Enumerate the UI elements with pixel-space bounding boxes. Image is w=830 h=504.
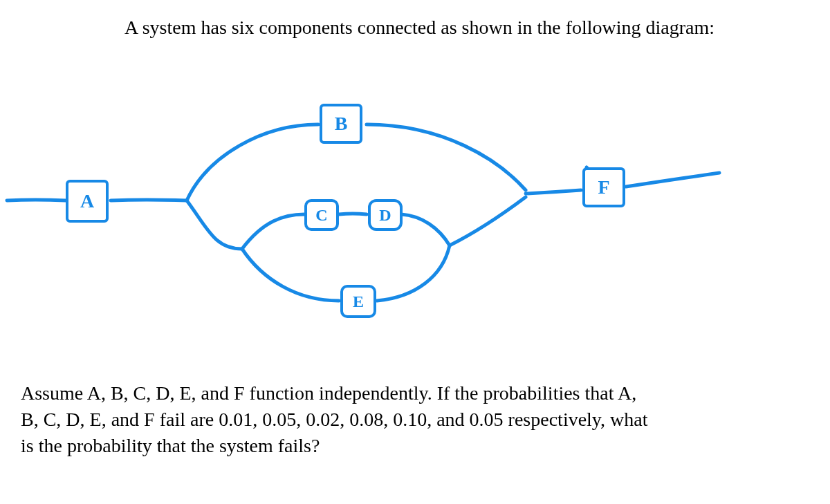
node-c-label: C [315,206,327,225]
question-line-2: B, C, D, E, and F fail are 0.01, 0.05, 0… [21,407,809,433]
node-a: A [66,180,109,223]
node-a-label: A [80,190,94,212]
node-b-label: B [335,113,348,135]
node-f: F [582,167,625,207]
node-d: D [368,199,403,231]
system-diagram: A B C D E F [0,90,761,353]
question-line-3: is the probability that the system fails… [21,433,809,459]
question-line-1: Assume A, B, C, D, E, and F function ind… [21,380,809,407]
node-c: C [304,199,339,231]
node-e: E [340,285,376,318]
problem-question: Assume A, B, C, D, E, and F function ind… [21,380,809,458]
problem-intro: A system has six components connected as… [21,14,809,42]
node-d-label: D [379,206,391,225]
node-b: B [320,104,362,144]
node-f-label: F [598,176,609,198]
node-e-label: E [353,292,364,311]
intro-text: A system has six components connected as… [21,14,809,42]
